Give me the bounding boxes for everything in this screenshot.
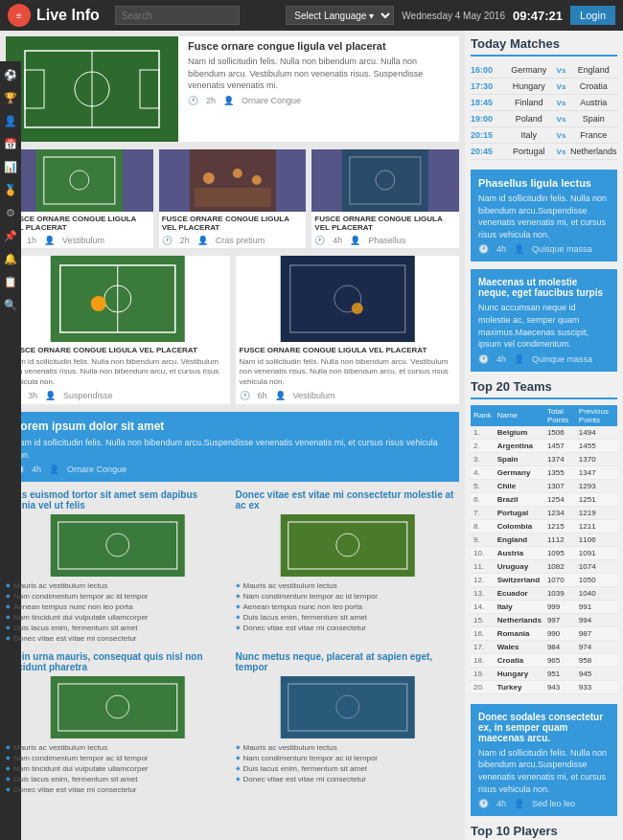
prev-cell: 945	[576, 667, 617, 680]
match-team1: Portugal	[505, 147, 553, 156]
match-team2: Croatia	[569, 81, 617, 91]
grid-meta-2: 🕐2h 👤Cras pretium	[162, 236, 304, 245]
login-button[interactable]: Login	[570, 6, 615, 25]
name-cell: Uruguay	[495, 559, 544, 573]
today-matches-section: Today Matches 16:00GermanyVsEngland17:30…	[471, 36, 617, 160]
total-cell: 997	[544, 613, 576, 626]
rank-cell: 1.	[471, 426, 495, 440]
rank-cell: 12.	[471, 573, 495, 586]
blue-article-4: Donec sodales consectetur ex, in semper …	[471, 704, 617, 816]
table-row: 11.Uruguay10821074	[471, 559, 617, 573]
total-cell: 1095	[544, 546, 576, 559]
svg-rect-34	[51, 676, 185, 738]
bullet-item: Donec vitae est vitae mi consectetur	[6, 784, 230, 795]
prev-cell: 1050	[576, 573, 617, 586]
match-team2: Austria	[569, 98, 617, 107]
svg-point-15	[251, 175, 261, 185]
match-team1: Poland	[505, 114, 553, 124]
sidebar-item-stats[interactable]: 📊	[1, 157, 20, 176]
prev-cell: 1074	[576, 559, 617, 573]
match-time: 16:00	[471, 65, 501, 75]
grid-article-3-content: FUSCE ORNARE CONGUE LIGULA VEL PLACERAT …	[312, 212, 459, 248]
prev-cell: 1211	[576, 519, 617, 533]
large-article-2-text: Nam id sollicitudin felis. Nulla non bib…	[240, 357, 456, 387]
grid-article-1-content: FUSCE ORNARE CONGUE LIGULA VEL PLACERAT …	[6, 212, 153, 248]
table-row: 6.Brazil12541251	[471, 492, 617, 506]
table-row: 9.England11121106	[471, 533, 617, 546]
prev-cell: 1347	[576, 465, 617, 479]
table-row: 16.Romania990987	[471, 626, 617, 640]
grid-article-3: FUSCE ORNARE CONGUE LIGULA VEL PLACERAT …	[312, 149, 459, 248]
total-cell: 1070	[544, 573, 576, 586]
sidebar-item-search[interactable]: 🔍	[1, 295, 20, 314]
top-players-section: Top 10 Players Rank Name Position Club N…	[471, 824, 617, 840]
bullet-item: Donec vitae est vitae mi consectetur	[236, 774, 460, 784]
sidebar-item-medal[interactable]: 🏅	[1, 180, 20, 199]
site-title: Live Info	[36, 7, 100, 24]
rank-cell: 18.	[471, 653, 495, 667]
rank-cell: 17.	[471, 640, 495, 653]
bullet-item: Aenean tempus nunc non leo porta	[6, 602, 230, 612]
bullet-item: Duis lacus enim, fermentum sit amet	[6, 623, 230, 633]
match-item: 20:45PortugalVsNetherlands	[471, 144, 617, 160]
match-team1: Germany	[505, 65, 553, 75]
total-cell: 1234	[544, 506, 576, 519]
bullet-item: Donec vitae est vitae mi consectetur	[6, 633, 230, 644]
blue-article-3: Maecenas ut molestie neque, eget faucibu…	[471, 269, 617, 371]
large-article-1-content: FUSCE ORNARE CONGUE LIGULA VEL PLACERAT …	[6, 342, 230, 404]
text-articles-row2: Proin urna mauris, consequat quis nisl n…	[6, 651, 459, 795]
total-cell: 965	[544, 653, 576, 667]
rank-cell: 6.	[471, 492, 495, 506]
sidebar-item-bell[interactable]: 🔔	[1, 249, 20, 268]
text-article-4: Nunc metus neque, placerat at sapien ege…	[236, 651, 460, 795]
match-vs: Vs	[557, 82, 566, 91]
prev-cell: 1494	[576, 426, 617, 440]
sidebar-item-user[interactable]: 👤	[1, 111, 20, 130]
match-item: 16:00GermanyVsEngland	[471, 62, 617, 79]
total-cell: 1457	[544, 439, 576, 452]
prev-cell: 1251	[576, 492, 617, 506]
featured-article: Fusce ornare congue ligula vel placerat …	[6, 36, 459, 142]
bullet-item: Duis lacus enim, fermentum sit amet	[6, 774, 230, 784]
sidebar-item-trophy[interactable]: 🏆	[1, 88, 20, 107]
total-cell: 943	[544, 680, 576, 693]
teams-table: Rank Name Total Points Previous Points 1…	[471, 405, 617, 694]
bullet-item: Donec vitae est vitae mi consectetur	[236, 623, 460, 633]
rank-cell: 14.	[471, 600, 495, 613]
svg-rect-37	[280, 676, 414, 738]
teams-col-prev: Previous Points	[576, 405, 617, 426]
sidebar-item-pin[interactable]: 📌	[1, 226, 20, 245]
svg-rect-12	[194, 188, 270, 207]
total-cell: 1039	[544, 586, 576, 600]
bullet-item: Duis lacus enim, fermentum sit amet	[236, 612, 460, 623]
text-article-3: Proin urna mauris, consequat quis nisl n…	[6, 651, 230, 795]
logo: ≡ Live Info	[8, 4, 100, 27]
blue-article-3-text: Nunc accumsan neque id molestie ac, semp…	[478, 302, 610, 350]
large-img-1	[6, 256, 230, 342]
rank-cell: 11.	[471, 559, 495, 573]
total-cell: 984	[544, 640, 576, 653]
sidebar-item-calendar[interactable]: 📅	[1, 134, 20, 153]
language-selector[interactable]: Select Language ▾	[286, 6, 394, 25]
teams-col-rank: Rank	[471, 405, 495, 426]
language-dropdown[interactable]: Select Language ▾	[286, 6, 394, 25]
text-article-2-title: Donec vitae est vitae mi consectetur mol…	[236, 489, 460, 511]
large-article-2: FUSCE ORNARE CONGUE LIGULA VEL PLACERAT …	[236, 256, 460, 404]
search-input[interactable]	[115, 6, 240, 25]
rank-cell: 13.	[471, 586, 495, 600]
match-time: 20:15	[471, 130, 501, 140]
table-row: 14.Italy999991	[471, 600, 617, 613]
match-vs: Vs	[557, 131, 566, 140]
svg-point-14	[232, 169, 242, 178]
sidebar-item-list[interactable]: 📋	[1, 272, 20, 291]
name-cell: Italy	[495, 600, 544, 613]
person-icon: 👤	[223, 96, 234, 105]
bullet-item: Mauris ac vestibulum lectus	[6, 742, 230, 753]
sidebar-item-home[interactable]: ⚽	[1, 65, 20, 84]
sidebar: ⚽ 🏆 👤 📅 📊 🏅 ⚙ 📌 🔔 📋 🔍	[0, 61, 21, 840]
total-cell: 990	[544, 626, 576, 640]
match-team2: Netherlands	[569, 147, 617, 156]
sidebar-item-settings[interactable]: ⚙	[1, 203, 20, 222]
prev-cell: 987	[576, 626, 617, 640]
match-item: 20:15ItalyVsFrance	[471, 127, 617, 144]
